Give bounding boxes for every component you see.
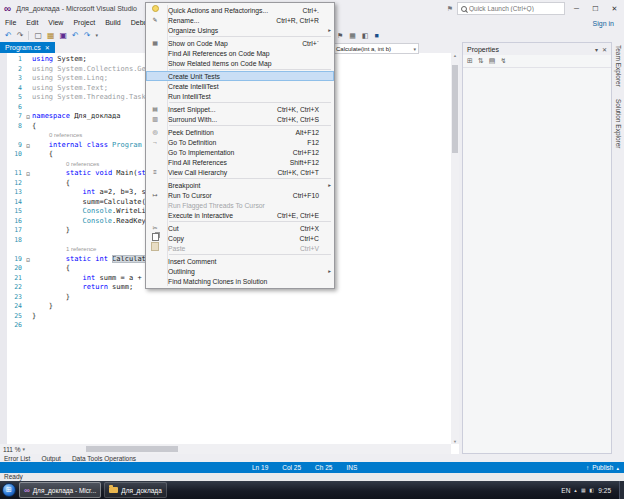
- close-icon[interactable]: ✕: [602, 46, 607, 53]
- menubar-item-view[interactable]: View: [43, 17, 68, 29]
- context-menu-item-run-to-cursor[interactable]: ↦Run To CursorCtrl+F10: [146, 190, 334, 200]
- context-menu-item-breakpoint[interactable]: Breakpoint▸: [146, 180, 334, 190]
- context-menu-item-find-all-references-on-code-map[interactable]: Find All References on Code Map: [146, 48, 334, 58]
- context-menu-item-find-all-references[interactable]: Find All ReferencesShift+F12: [146, 157, 334, 167]
- side-tab-solution-explorer[interactable]: Solution Explorer: [615, 99, 622, 149]
- toolbar-grid-icon[interactable]: ▦: [349, 29, 356, 42]
- context-menu-item-show-related-items-on-code-map[interactable]: Show Related Items on Code Map: [146, 58, 334, 68]
- menubar-item-project[interactable]: Project: [68, 17, 100, 29]
- save-icon[interactable]: ▣: [60, 29, 68, 42]
- redo-icon[interactable]: ↷: [84, 29, 91, 42]
- menubar-item-file[interactable]: File: [0, 17, 21, 29]
- fold-marker-icon[interactable]: ⊟: [24, 112, 32, 122]
- vertical-scrollbar[interactable]: ▲ ▼: [451, 53, 459, 444]
- panel-tab-data-tools-operations[interactable]: Data Tools Operations: [72, 455, 136, 462]
- code-line[interactable]: 23 }: [7, 293, 451, 303]
- quick-launch-input[interactable]: [469, 5, 564, 12]
- side-tab-team-explorer[interactable]: Team Explorer: [615, 45, 622, 87]
- context-menu-item-show-on-code-map[interactable]: ▦Show on Code MapCtrl+`: [146, 38, 334, 48]
- context-menu-item-go-to-definition[interactable]: →Go To DefinitionF12: [146, 137, 334, 147]
- toolbar-dropdown-icon[interactable]: ▾: [96, 29, 99, 42]
- context-menu-item-surround-with[interactable]: ▥Surround With...Ctrl+K, Ctrl+S: [146, 114, 334, 124]
- taskbar-app-для-доклада[interactable]: Для_доклада: [104, 482, 166, 498]
- language-indicator[interactable]: EN: [561, 487, 570, 494]
- start-button[interactable]: ⊞: [2, 483, 16, 497]
- volume-icon[interactable]: ◧: [590, 487, 595, 493]
- code-line[interactable]: 25}: [7, 312, 451, 322]
- navigate-forward-icon[interactable]: ↷: [17, 29, 24, 42]
- codelens-references[interactable]: 0 references: [32, 160, 99, 170]
- context-menu-item-execute-in-interactive[interactable]: Execute in InteractiveCtrl+E, Ctrl+E: [146, 210, 334, 220]
- context-menu-item-insert-comment[interactable]: Insert Comment: [146, 256, 334, 266]
- context-menu-item-create-unit-tests[interactable]: Create Unit Tests: [146, 71, 334, 81]
- window-position-icon[interactable]: ▾: [595, 46, 598, 53]
- menu-separator: [169, 69, 331, 70]
- new-file-icon[interactable]: ▢: [34, 29, 42, 42]
- context-menu-item-quick-actions-and-refactorings[interactable]: Quick Actions and Refactorings...Ctrl+.: [146, 5, 334, 15]
- zoom-control[interactable]: 111 % ▾: [0, 446, 28, 453]
- scrollbar-thumb[interactable]: [452, 65, 458, 153]
- code-line[interactable]: 24 }: [7, 302, 451, 312]
- properties-grid-icon[interactable]: ▤: [489, 57, 496, 65]
- scroll-down-icon[interactable]: ▼: [453, 439, 457, 444]
- scroll-up-icon[interactable]: ▲: [453, 53, 457, 58]
- code-token: {: [32, 122, 36, 130]
- network-icon[interactable]: ▦: [581, 487, 586, 493]
- breakpoint-margin[interactable]: [0, 53, 7, 444]
- context-menu-item-organize-usings[interactable]: Organize Usings▸: [146, 25, 334, 35]
- tab-close-icon[interactable]: ✕: [45, 44, 50, 51]
- tray-expand-icon[interactable]: ▴: [574, 487, 577, 493]
- toolbar-block-icon[interactable]: ■: [375, 29, 379, 42]
- panel-tab-output[interactable]: Output: [41, 455, 61, 462]
- codelens-references[interactable]: 1 reference: [32, 245, 96, 255]
- tab-program-cs[interactable]: Program.cs ✕: [0, 42, 55, 53]
- bookmark-flag-icon[interactable]: ⚑: [337, 29, 343, 42]
- chevron-down-icon: ▾: [22, 446, 25, 452]
- menu-item-label: Go To Implementation: [164, 149, 234, 156]
- context-menu-item-outlining[interactable]: Outlining▸: [146, 266, 334, 276]
- undo-icon[interactable]: ↶: [72, 29, 79, 42]
- toolbar-split-icon[interactable]: ◧: [362, 29, 369, 42]
- maximize-button[interactable]: ☐: [588, 1, 603, 16]
- context-menu-item-view-call-hierarchy[interactable]: ≡View Call HierarchyCtrl+K, Ctrl+T: [146, 167, 334, 177]
- menu-item-shortcut: Ctrl+F10: [293, 192, 331, 199]
- publish-button[interactable]: ↑ Publish ▴: [586, 464, 624, 471]
- code-line[interactable]: 26: [7, 321, 451, 331]
- context-menu-item-rename[interactable]: ✎Rename...Ctrl+R, Ctrl+R: [146, 15, 334, 25]
- panel-tab-error-list[interactable]: Error List: [4, 455, 30, 462]
- show-desktop-button[interactable]: [619, 481, 624, 499]
- categorized-icon[interactable]: ⊞: [467, 57, 473, 65]
- sign-in-link[interactable]: Sign in: [593, 20, 624, 27]
- clock[interactable]: 9:25: [598, 487, 611, 494]
- open-file-icon[interactable]: ▦: [47, 29, 55, 42]
- context-menu-item-create-intellitest[interactable]: Create IntelliTest: [146, 81, 334, 91]
- menubar-item-build[interactable]: Build: [100, 17, 126, 29]
- alphabetical-icon[interactable]: ⇅: [478, 57, 484, 65]
- member-dropdown[interactable]: Calculate(int a, int b) ▾: [333, 43, 419, 54]
- quick-launch-box[interactable]: [457, 2, 565, 15]
- context-menu-item-run-intellitest[interactable]: Run IntelliTest: [146, 91, 334, 101]
- codelens-references[interactable]: 0 references: [32, 131, 82, 141]
- fold-marker-icon[interactable]: ⊟: [24, 141, 32, 151]
- horizontal-scrollbar[interactable]: [28, 444, 451, 454]
- menu-separator: [169, 254, 331, 255]
- lightbulb-icon: [146, 5, 164, 15]
- fold-marker-icon[interactable]: ⊟: [24, 169, 32, 179]
- context-menu-item-insert-snippet[interactable]: ▤Insert Snippet...Ctrl+K, Ctrl+X: [146, 104, 334, 114]
- properties-header[interactable]: Properties ▾ ✕: [463, 43, 611, 55]
- context-menu-item-copy[interactable]: CopyCtrl+C: [146, 233, 334, 243]
- notifications-flag-icon[interactable]: ⚑: [447, 5, 453, 13]
- navigate-back-icon[interactable]: ↶: [5, 29, 12, 42]
- fold-marker-icon[interactable]: ⊟: [24, 255, 32, 265]
- menubar-item-edit[interactable]: Edit: [21, 17, 43, 29]
- close-button[interactable]: ✕: [607, 1, 622, 16]
- context-menu-item-cut[interactable]: ✂CutCtrl+X: [146, 223, 334, 233]
- context-menu-item-peek-definition[interactable]: ◎Peek DefinitionAlt+F12: [146, 127, 334, 137]
- minimize-button[interactable]: ─: [569, 1, 584, 16]
- context-menu-item-go-to-implementation[interactable]: Go To ImplementationCtrl+F12: [146, 147, 334, 157]
- context-menu-item-find-matching-clones-in-solution[interactable]: Find Matching Clones in Solution: [146, 276, 334, 286]
- scrollbar-thumb[interactable]: [86, 446, 178, 452]
- chevron-up-icon: ▴: [616, 465, 619, 471]
- taskbar-app-для-доклада-micr[interactable]: ∞Для_доклада - Micr...: [19, 482, 101, 498]
- events-icon[interactable]: ↯: [500, 57, 506, 65]
